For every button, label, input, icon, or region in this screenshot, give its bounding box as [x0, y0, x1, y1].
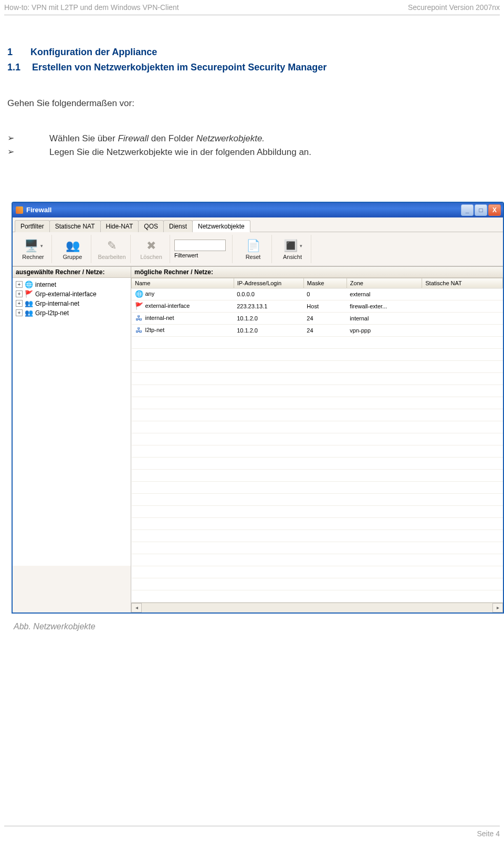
reset-icon: 📄	[245, 238, 261, 254]
table-row-empty	[132, 542, 503, 554]
cell: 24	[303, 312, 346, 324]
tree-item[interactable]: +🚩Grp-external-interface	[14, 289, 130, 299]
tab-dienst[interactable]: Dienst	[163, 220, 193, 232]
cell: 24	[303, 324, 346, 336]
tab-portfilter[interactable]: Portfilter	[15, 220, 50, 232]
tab-statische-nat[interactable]: Statische NAT	[49, 220, 101, 232]
table-row[interactable]: 🚩external-interface223.23.13.1Hostfirewa…	[132, 300, 503, 312]
cell	[422, 312, 503, 324]
window-title: Firewall	[26, 206, 51, 214]
tree-view[interactable]: +🌐internet+🚩Grp-external-interface+👥Grp-…	[13, 278, 131, 566]
delete-icon: ✖	[143, 238, 159, 254]
subsection-number: 1.1	[7, 62, 20, 73]
bullet-1-mid: den Folder	[149, 133, 196, 143]
tree-item-label: internet	[35, 281, 56, 288]
cell	[422, 288, 503, 300]
table-row-empty	[132, 421, 503, 433]
cell-name: any	[145, 290, 155, 297]
cell-name: external-interface	[145, 303, 190, 309]
tree-expander[interactable]: +	[16, 300, 23, 307]
tool-reset-label: Reset	[246, 254, 261, 260]
table-row-empty	[132, 554, 503, 566]
tree-item[interactable]: +🌐internet	[14, 280, 130, 289]
bullet-1-italic-1: Firewall	[118, 133, 149, 143]
cell: internal	[346, 312, 422, 324]
left-pane-title: ausgewählte Rechner / Netze:	[13, 267, 131, 278]
table-row[interactable]: 🌐any0.0.0.00external	[132, 288, 503, 300]
page-number: Seite 4	[4, 826, 500, 838]
table-row[interactable]: 🖧internal-net10.1.2.024internal	[132, 312, 503, 324]
view-icon: 🔳	[283, 238, 299, 254]
bullet-1-prefix: Wählen Sie über	[49, 133, 118, 143]
filter-input[interactable]	[174, 240, 226, 251]
cell-name: internal-net	[145, 315, 174, 321]
tool-reset[interactable]: 📄 Reset	[235, 235, 272, 263]
edit-icon: ✎	[104, 238, 120, 254]
cell: Host	[303, 300, 346, 312]
tree-item-label: Grp-l2tp-net	[35, 309, 69, 317]
column-header[interactable]: Maske	[303, 278, 346, 288]
tree-expander[interactable]: +	[16, 290, 23, 297]
table-row-empty	[132, 409, 503, 421]
cell	[422, 300, 503, 312]
table-row-empty	[132, 566, 503, 578]
section-number: 1	[7, 47, 13, 58]
table-row-empty	[132, 372, 503, 385]
group-icon: 👥	[25, 299, 33, 308]
tool-loeschen[interactable]: ✖ Löschen	[133, 235, 170, 263]
page-header-right: Securepoint Version 2007nx	[408, 3, 500, 12]
table-row-empty	[132, 529, 503, 542]
cell: 0	[303, 288, 346, 300]
shield-icon	[16, 206, 23, 214]
window-minimize-button[interactable]: _	[461, 204, 474, 216]
tab-qos[interactable]: QOS	[138, 220, 164, 232]
objects-table: NameIP-Adresse/LoginMaskeZoneStatische N…	[131, 278, 503, 603]
tree-item[interactable]: +👥Grp-internal-net	[14, 299, 130, 308]
section-title: Konfiguration der Appliance	[30, 47, 157, 58]
table-row-empty	[132, 348, 503, 360]
firewall-window: Firewall _ □ X PortfilterStatische NATHi…	[12, 202, 504, 614]
window-titlebar[interactable]: Firewall _ □ X	[13, 203, 503, 217]
window-maximize-button[interactable]: □	[475, 204, 487, 216]
toolbar: 🖥️▾ Rechner 👥 Gruppe ✎ Bearbeiten ✖ Lösc…	[13, 232, 503, 266]
scroll-track[interactable]	[142, 604, 492, 612]
window-close-button[interactable]: X	[488, 204, 501, 216]
tab-hide-nat[interactable]: Hide-NAT	[100, 220, 139, 232]
table-row[interactable]: 🖧l2tp-net10.1.2.024vpn-ppp	[132, 324, 503, 336]
tool-rechner[interactable]: 🖥️▾ Rechner	[15, 235, 52, 263]
column-header[interactable]: IP-Adresse/Login	[234, 278, 303, 288]
table-row-empty	[132, 517, 503, 529]
table-row-empty	[132, 505, 503, 517]
cell: 10.1.2.0	[234, 312, 303, 324]
cell	[422, 324, 503, 336]
scroll-left-button[interactable]: ◂	[131, 603, 142, 612]
tree-expander[interactable]: +	[16, 281, 23, 288]
tree-expander[interactable]: +	[16, 309, 23, 316]
table-row-empty	[132, 433, 503, 445]
tool-bearbeiten-label: Bearbeiten	[98, 254, 125, 260]
cell: 10.1.2.0	[234, 324, 303, 336]
table-row-empty	[132, 590, 503, 602]
bullet-icon: ➢	[7, 146, 16, 159]
right-pane-title: mögliche Rechner / Netze:	[131, 267, 503, 278]
table-row-empty	[132, 493, 503, 505]
horizontal-scrollbar[interactable]: ◂ ▸	[131, 603, 503, 612]
column-header[interactable]: Zone	[346, 278, 422, 288]
tool-bearbeiten[interactable]: ✎ Bearbeiten	[93, 235, 131, 263]
flag-icon: 🚩	[25, 290, 33, 298]
tab-strip: PortfilterStatische NATHide-NATQOSDienst…	[13, 217, 503, 232]
tool-gruppe[interactable]: 👥 Gruppe	[54, 235, 91, 263]
bullet-1: Wählen Sie über Firewall den Folder Netz…	[49, 132, 265, 146]
scroll-right-button[interactable]: ▸	[492, 603, 503, 612]
column-header[interactable]: Name	[132, 278, 234, 288]
table-row-empty	[132, 445, 503, 457]
column-header[interactable]: Statische NAT	[422, 278, 503, 288]
tree-item-label: Grp-external-interface	[35, 290, 97, 298]
tool-ansicht[interactable]: 🔳▾ Ansicht	[274, 235, 311, 263]
table-row-empty	[132, 481, 503, 493]
globe-icon: 🌐	[135, 290, 143, 298]
tree-item[interactable]: +👥Grp-l2tp-net	[14, 308, 130, 318]
tab-netzwerkobjekte[interactable]: Netzwerkobjekte	[192, 220, 250, 232]
table-row-empty	[132, 397, 503, 409]
cell: 0.0.0.0	[234, 288, 303, 300]
